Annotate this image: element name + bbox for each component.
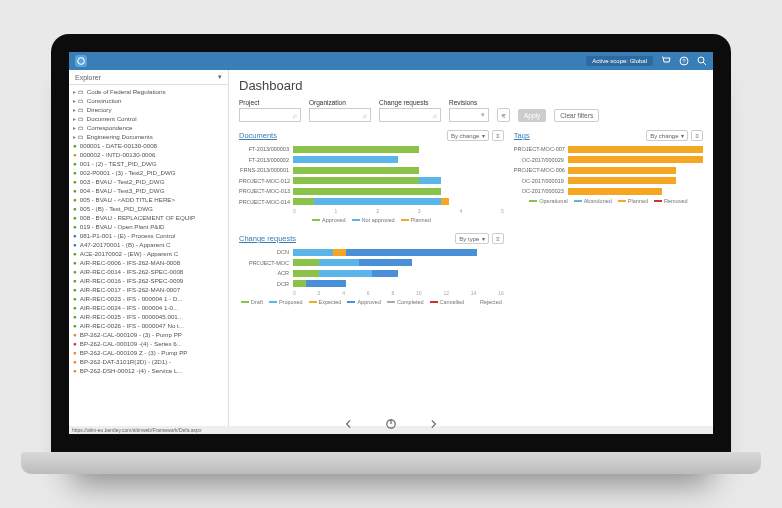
document-icon: ● (73, 142, 77, 149)
chart-row: DCR (239, 280, 504, 288)
tree-node[interactable]: ●000001 - DATE-00130-0008 (69, 141, 228, 150)
tree-node[interactable]: ●A47-20170001 - (B) - Apparent C (69, 240, 228, 249)
search-icon[interactable] (697, 56, 707, 67)
app-screen: Active scope: Global ? Explorer ▾ ▸ 🗀Cod… (69, 52, 713, 434)
search-icon: ⌕ (433, 112, 437, 119)
help-icon[interactable]: ? (679, 56, 689, 67)
tree-node[interactable]: ●002-P0001 - (3) - Test2_PID_DWG (69, 168, 228, 177)
tree-node[interactable]: ▸ 🗀Code of Federal Regulations (69, 87, 228, 96)
tree-node-label: AIR-REC-0014 - IFS-262-SPEC-0008 (80, 268, 184, 275)
chart-segment (293, 259, 319, 266)
chart-row: PROJECT-MOC-014 (239, 198, 504, 206)
search-icon: ⌕ (363, 112, 367, 119)
chart-row: PROJECT-MOC-012 (239, 177, 504, 185)
tree-node[interactable]: ●BP-262-DAT-3101R(2D) - (2D1) - (69, 357, 228, 366)
document-icon: ● (73, 349, 77, 356)
export-button[interactable]: ≡ (492, 130, 504, 141)
tree-node[interactable]: ●AIR-REC-0017 - IFS-262-MAN-0007 (69, 285, 228, 294)
tree-node[interactable]: ●081-P1-001 - (E) - Process Control (69, 231, 228, 240)
tree-node[interactable]: ●004 - BVAU - Test3_PID_DWG (69, 186, 228, 195)
filter-cr-input[interactable]: ⌕ (379, 108, 441, 122)
tags-panel: Tags By change ▾ ≡ PROJECT-MOC-007OC-201… (514, 130, 703, 204)
active-scope[interactable]: Active scope: Global (586, 56, 653, 66)
chart-segment (293, 167, 419, 174)
chart-bars (568, 167, 703, 174)
tree-node[interactable]: ●BP-262-CAL-000109 Z - (3) - Pump PP (69, 348, 228, 357)
tree-node-label: Code of Federal Regulations (87, 88, 166, 95)
tree-node[interactable]: ▸ 🗀Correspondence (69, 123, 228, 132)
documents-title[interactable]: Documents (239, 131, 277, 140)
tree-node-label: AIR-REC-0023 - IFS - 000004 1 - D... (80, 295, 183, 302)
tree-node[interactable]: ●AIR-REC-0024 - IFS - 000004 1-0... (69, 303, 228, 312)
tree-node[interactable]: ●BP-262-DSH-00012 -(4) - Service L... (69, 366, 228, 375)
clear-filters-button[interactable]: Clear filters (554, 109, 599, 122)
chart-bars (568, 177, 703, 184)
tags-title[interactable]: Tags (514, 131, 530, 140)
app-logo-icon[interactable] (75, 55, 87, 67)
chart-segment (568, 167, 676, 174)
filter-extra[interactable]: ⚟ (497, 108, 510, 122)
folder-icon: ▸ 🗀 (73, 106, 84, 113)
explorer-label: Explorer (75, 74, 101, 81)
export-button[interactable]: ≡ (691, 130, 703, 141)
explorer-header[interactable]: Explorer ▾ (69, 70, 228, 85)
topbar: Active scope: Global ? (69, 52, 713, 70)
tree-node[interactable]: ●019 - BVAU - Open Plant P&ID (69, 222, 228, 231)
tree-node[interactable]: ●BP-262-CAL-000109 -(4) - Series 6... (69, 339, 228, 348)
changereq-selector[interactable]: By type ▾ (455, 233, 489, 244)
tree-node[interactable]: ●003 - BVAU - Test2_PID_DWG (69, 177, 228, 186)
tree-node-label: AIR-REC-0026 - IFS - 0000047 No t... (80, 322, 184, 329)
filter-cr-label: Change requests (379, 99, 441, 106)
filter-project-input[interactable]: ⌕ (239, 108, 301, 122)
tree-node[interactable]: ●AIR-REC-0023 - IFS - 000004 1 - D... (69, 294, 228, 303)
tree-node[interactable]: ▸ 🗀Construction (69, 96, 228, 105)
tree-node[interactable]: ●005 - (B) - Test_PID_DWG (69, 204, 228, 213)
tree-node[interactable]: ●AIR-REC-0014 - IFS-262-SPEC-0008 (69, 267, 228, 276)
document-icon: ● (73, 196, 77, 203)
tree-node-label: AIR-REC-0025 - IFS - 0000045.001... (80, 313, 183, 320)
tree-node[interactable]: ▸ 🗀Directory (69, 105, 228, 114)
tree-node[interactable]: ●008 - BVAU - REPLACEMENT OF EQUIP (69, 213, 228, 222)
chart-segment (293, 249, 333, 256)
changereq-title[interactable]: Change requests (239, 234, 296, 243)
apply-button[interactable]: Apply (518, 109, 546, 122)
chart-row: ACR (239, 269, 504, 277)
changereq-chart: DCNPROJECT-MOCACRDCR0246810121416 Draft … (239, 248, 504, 305)
chart-axis: 0246810121416 (293, 290, 504, 296)
tree-node[interactable]: ●000002 - INTD-00130-0006 (69, 150, 228, 159)
tree-node[interactable]: ●AIR-REC-0016 - IFS-262-SPEC-0009 (69, 276, 228, 285)
document-icon: ● (73, 250, 77, 257)
chart-row-label: PROJECT-MOC (239, 260, 293, 266)
tree-node[interactable]: ▸ 🗀Document Control (69, 114, 228, 123)
chart-segment (568, 177, 676, 184)
tree[interactable]: ▸ 🗀Code of Federal Regulations▸ 🗀Constru… (69, 85, 228, 434)
tree-node[interactable]: ●005 - BVAU - <ADD TITLE HERE> (69, 195, 228, 204)
document-icon: ● (73, 151, 77, 158)
documents-chart: FT-2013/000003FT-2013/000002FRNS-2013/00… (239, 145, 504, 223)
tree-node-label: AIR-REC-0017 - IFS-262-MAN-0007 (80, 286, 180, 293)
chart-row: DCN (239, 248, 504, 256)
filter-org-input[interactable]: ⌕ (309, 108, 371, 122)
tree-node[interactable]: ●AIR-REC-0025 - IFS - 0000045.001... (69, 312, 228, 321)
page-title: Dashboard (239, 78, 703, 93)
export-button[interactable]: ≡ (492, 233, 504, 244)
documents-selector[interactable]: By change ▾ (447, 130, 489, 141)
cart-icon[interactable] (661, 56, 671, 67)
chart-segment (568, 188, 663, 195)
tree-node[interactable]: ●001 - (2) - TEST_PID_DWG (69, 159, 228, 168)
chart-bars (293, 167, 504, 174)
filter-rev-input[interactable]: ▾ (449, 108, 489, 122)
tree-node[interactable]: ●ACE-20170002 - (EW) - Apparent C (69, 249, 228, 258)
tree-node[interactable]: ●AIR-REC-0026 - IFS - 0000047 No t... (69, 321, 228, 330)
tree-node[interactable]: ●BP-262-CAL-000109 - (3) - Pump PP (69, 330, 228, 339)
tags-selector[interactable]: By change ▾ (646, 130, 688, 141)
tree-node-label: BP-262-CAL-000109 Z - (3) - Pump PP (80, 349, 188, 356)
documents-panel: Documents By change ▾ ≡ FT-2013/000003FT… (239, 130, 504, 223)
tree-node[interactable]: ●AIR-REC-0006 - IFS-262-MAN-0008 (69, 258, 228, 267)
chart-bars (293, 188, 504, 195)
tree-node-label: 081-P1-001 - (E) - Process Control (80, 232, 176, 239)
laptop-frame: Active scope: Global ? Explorer ▾ ▸ 🗀Cod… (51, 34, 731, 474)
tree-node[interactable]: ▸ 🗀Engineering Documents (69, 132, 228, 141)
chart-row-label: OC-2017/000029 (514, 157, 568, 163)
chart-segment (314, 198, 440, 205)
